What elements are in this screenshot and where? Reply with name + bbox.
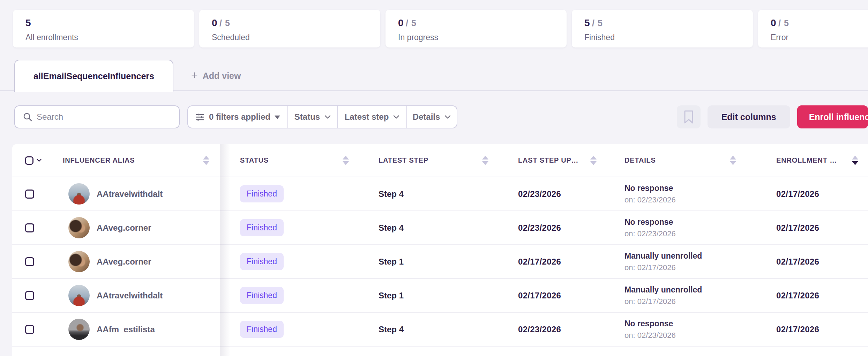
row-status-cell: Finished xyxy=(220,219,359,236)
details-secondary: on: 02/17/2026 xyxy=(624,297,702,306)
search-box xyxy=(14,105,180,128)
row-status-cell: Finished xyxy=(220,253,359,270)
sort-influencer-alias[interactable] xyxy=(203,156,209,165)
add-view-button[interactable]: + Add view xyxy=(191,60,241,92)
row-details-cell: No response on: 02/23/2026 xyxy=(607,319,747,340)
stat-card-finished[interactable]: 5/ 5 Finished xyxy=(572,10,753,47)
status-badge: Finished xyxy=(240,219,284,236)
row-status-cell: Finished xyxy=(220,321,359,338)
influencer-alias: AAveg.corner xyxy=(97,223,151,233)
column-label: DETAILS xyxy=(624,156,656,164)
table-row[interactable]: AAtravelwithdalt Finished Step 4 02/23/2… xyxy=(12,177,868,211)
stat-label: Scheduled xyxy=(212,33,380,42)
row-select-cell xyxy=(12,190,58,199)
chevron-down-icon xyxy=(393,114,400,119)
row-last-step-update-cell: 02/23/2026 xyxy=(499,325,607,334)
row-select-cell xyxy=(12,257,58,266)
sort-last-step-update[interactable] xyxy=(590,156,597,165)
stat-card-scheduled[interactable]: 0/ 5 Scheduled xyxy=(199,10,380,47)
row-checkbox[interactable] xyxy=(25,291,34,300)
column-label: LAST STEP UP… xyxy=(518,156,578,164)
row-details-cell: No response on: 02/23/2026 xyxy=(607,217,747,238)
filters-applied-dropdown[interactable]: 0 filters applied xyxy=(188,106,287,128)
enroll-influencers-button[interactable]: Enroll influencers xyxy=(797,105,868,128)
enrollments-table: INFLUENCER ALIAS STATUS LATEST STEP LAST… xyxy=(12,144,868,356)
toolbar: 0 filters applied Status Latest step Det… xyxy=(0,105,868,128)
details-filter-label: Details xyxy=(413,112,440,122)
row-select-cell xyxy=(12,223,58,232)
edit-columns-button[interactable]: Edit columns xyxy=(708,105,790,128)
sort-latest-step[interactable] xyxy=(482,156,488,165)
toolbar-right: Edit columns Enroll influencers xyxy=(677,105,868,128)
last-step-update-value: 02/23/2026 xyxy=(518,325,561,334)
tab-all-email-sequence-influencers[interactable]: allEmailSequenceInfluencers xyxy=(14,60,173,92)
table-row[interactable]: AAveg.corner Finished Step 1 02/17/2026 … xyxy=(12,245,868,279)
bookmark-button[interactable] xyxy=(677,105,701,128)
row-details-cell: Manually unenrolled on: 02/17/2026 xyxy=(607,251,747,272)
stat-label: In progress xyxy=(398,33,567,42)
row-last-step-update-cell: 02/23/2026 xyxy=(499,189,607,199)
search-input[interactable] xyxy=(37,112,169,122)
row-alias-cell: AAveg.corner xyxy=(58,251,220,272)
stat-card-all-enrollments[interactable]: 5 All enrollments xyxy=(13,10,194,47)
details-primary: No response xyxy=(624,217,676,227)
row-alias-cell: AAtravelwithdalt xyxy=(58,285,220,306)
latest-step-value: Step 1 xyxy=(379,257,404,267)
enrollment-date-value: 02/17/2026 xyxy=(776,325,819,334)
row-enrollment-cell: 02/17/2026 xyxy=(747,223,868,233)
table-row[interactable]: AAtravelwithdalt Finished Step 1 02/17/2… xyxy=(12,279,868,313)
details-filter-dropdown[interactable]: Details xyxy=(406,106,457,128)
chevron-down-icon[interactable] xyxy=(36,158,42,162)
chevron-down-icon xyxy=(324,114,331,119)
sort-details[interactable] xyxy=(730,156,736,165)
influencer-avatar xyxy=(68,251,90,272)
details-primary: No response xyxy=(624,319,676,328)
row-checkbox[interactable] xyxy=(25,257,34,266)
row-enrollment-cell: 02/17/2026 xyxy=(747,325,868,334)
row-latest-step-cell: Step 1 xyxy=(359,291,499,301)
stat-suffix: / 5 xyxy=(592,18,603,28)
stat-suffix: / 5 xyxy=(778,18,789,28)
stat-card-in-progress[interactable]: 0/ 5 In progress xyxy=(386,10,567,47)
last-step-update-value: 02/23/2026 xyxy=(518,189,561,199)
select-all-checkbox[interactable] xyxy=(25,156,33,165)
header-select-cell xyxy=(12,156,58,165)
search-icon xyxy=(23,112,32,122)
row-last-step-update-cell: 02/17/2026 xyxy=(499,257,607,267)
row-checkbox[interactable] xyxy=(25,190,34,199)
stat-label: Finished xyxy=(584,33,753,42)
row-alias-cell: AAfm_estilista xyxy=(58,319,220,340)
row-status-cell: Finished xyxy=(220,185,359,202)
header-latest-step: LATEST STEP xyxy=(359,156,499,165)
influencer-alias: AAtravelwithdalt xyxy=(97,291,163,301)
stat-card-error[interactable]: 0/ 5 Error xyxy=(758,10,868,47)
status-filter-dropdown[interactable]: Status xyxy=(287,106,337,128)
row-select-cell xyxy=(12,291,58,300)
column-label: STATUS xyxy=(240,156,269,164)
plus-icon: + xyxy=(191,69,198,81)
sort-enrollment[interactable] xyxy=(852,156,858,165)
table-row[interactable]: AAfm_estilista Finished Step 4 02/23/202… xyxy=(12,313,868,347)
row-checkbox[interactable] xyxy=(25,223,34,232)
stat-label: All enrollments xyxy=(25,33,194,42)
status-filter-label: Status xyxy=(294,112,320,122)
table-row[interactable]: AAveg.corner Finished Step 4 02/23/2026 … xyxy=(12,211,868,245)
latest-step-filter-dropdown[interactable]: Latest step xyxy=(337,106,406,128)
enrollment-date-value: 02/17/2026 xyxy=(776,223,819,233)
status-badge: Finished xyxy=(240,185,284,202)
row-checkbox[interactable] xyxy=(25,325,34,334)
influencer-alias: AAveg.corner xyxy=(97,257,151,267)
enrollment-date-value: 02/17/2026 xyxy=(776,257,819,267)
details-primary: Manually unenrolled xyxy=(624,285,702,295)
sliders-icon xyxy=(195,112,205,122)
last-step-update-value: 02/23/2026 xyxy=(518,223,561,233)
chevron-down-icon xyxy=(444,114,451,119)
influencer-alias: AAtravelwithdalt xyxy=(97,189,163,199)
enrollment-date-value: 02/17/2026 xyxy=(776,189,819,199)
influencer-avatar xyxy=(68,285,90,306)
row-latest-step-cell: Step 4 xyxy=(359,223,499,233)
details-primary: Manually unenrolled xyxy=(624,251,702,261)
details-secondary: on: 02/23/2026 xyxy=(624,229,676,238)
sort-status[interactable] xyxy=(343,156,349,165)
add-view-label: Add view xyxy=(203,71,241,81)
